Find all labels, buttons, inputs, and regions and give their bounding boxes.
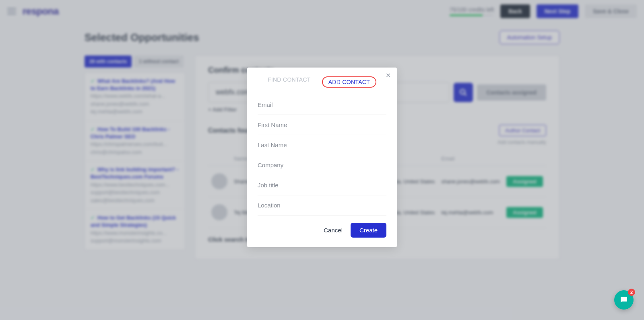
email-field[interactable]: Email	[258, 95, 386, 115]
modal-tabs: FIND CONTACT ADD CONTACT	[258, 76, 386, 88]
last-name-field[interactable]: Last Name	[258, 135, 386, 155]
location-label: Location	[258, 202, 386, 209]
tab-find-contact[interactable]: FIND CONTACT	[268, 76, 311, 88]
job-title-field[interactable]: Job title	[258, 175, 386, 195]
chat-badge: 2	[628, 289, 635, 296]
company-field[interactable]: Company	[258, 155, 386, 175]
tab-add-contact[interactable]: ADD CONTACT	[322, 76, 376, 88]
cancel-button[interactable]: Cancel	[322, 224, 344, 237]
job-title-label: Job title	[258, 182, 386, 189]
add-contact-modal: ✕ FIND CONTACT ADD CONTACT Email First N…	[247, 68, 397, 247]
chat-launcher[interactable]: 2	[614, 290, 634, 310]
company-label: Company	[258, 162, 386, 168]
close-icon[interactable]: ✕	[384, 72, 392, 80]
chat-icon	[619, 295, 629, 305]
last-name-label: Last Name	[258, 142, 386, 148]
create-button[interactable]: Create	[351, 223, 386, 238]
location-field[interactable]: Location	[258, 195, 386, 215]
email-label: Email	[258, 101, 386, 108]
modal-overlay[interactable]: ✕ FIND CONTACT ADD CONTACT Email First N…	[0, 0, 644, 320]
first-name-label: First Name	[258, 121, 386, 128]
first-name-field[interactable]: First Name	[258, 115, 386, 135]
